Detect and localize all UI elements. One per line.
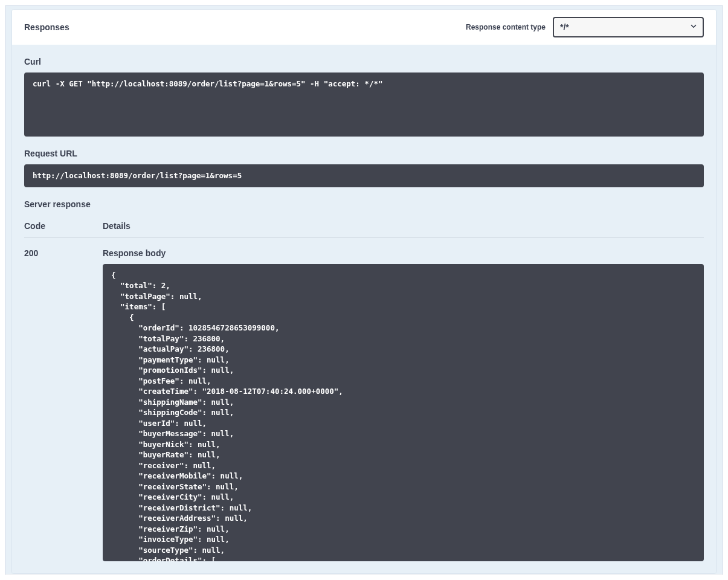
table-head: Code Details: [24, 215, 704, 237]
server-response-label: Server response: [24, 199, 704, 209]
response-body-box[interactable]: { "total": 2, "totalPage": null, "items"…: [103, 264, 704, 561]
content-type-label: Response content type: [466, 23, 546, 31]
table-row: 200 Response body { "total": 2, "totalPa…: [24, 237, 704, 561]
request-url-label: Request URL: [24, 149, 704, 158]
col-details-header: Details: [103, 221, 704, 231]
content-type-select[interactable]: */*: [553, 17, 704, 37]
content-type-select-wrap: */*: [553, 17, 704, 37]
response-code: 200: [24, 248, 103, 561]
page-container: Responses Response content type */* Curl: [5, 5, 723, 575]
responses-body: Curl curl -X GET "http://localhost:8089/…: [12, 45, 716, 573]
response-table: Code Details 200 Response body { "total"…: [24, 215, 704, 561]
content-stripe: Responses Response content type */* Curl: [5, 5, 723, 574]
curl-label: Curl: [24, 57, 704, 66]
response-body-label: Response body: [103, 248, 704, 258]
col-code-header: Code: [24, 221, 103, 231]
curl-command-box[interactable]: curl -X GET "http://localhost:8089/order…: [24, 72, 704, 137]
responses-panel: Responses Response content type */* Curl: [11, 9, 717, 574]
responses-title: Responses: [24, 22, 69, 32]
request-url-box[interactable]: http://localhost:8089/order/list?page=1&…: [24, 164, 704, 187]
responses-header: Responses Response content type */*: [12, 10, 716, 45]
details-cell: Response body { "total": 2, "totalPage":…: [103, 248, 704, 561]
content-type-wrap: Response content type */*: [466, 17, 704, 37]
